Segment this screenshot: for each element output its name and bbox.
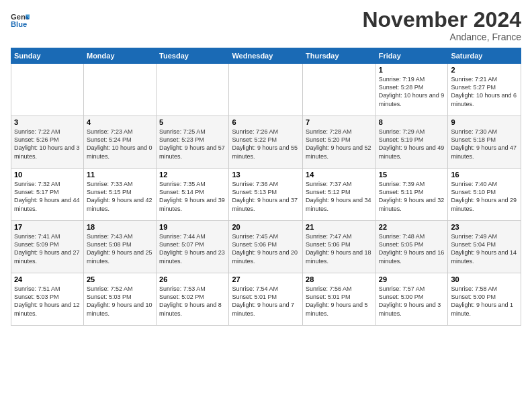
day-number: 8	[379, 118, 445, 126]
table-row: 24Sunrise: 7:51 AM Sunset: 5:03 PM Dayli…	[11, 273, 84, 326]
day-number: 5	[159, 118, 226, 126]
svg-text:Blue: Blue	[11, 20, 27, 28]
day-info: Sunrise: 7:49 AM Sunset: 5:04 PM Dayligh…	[451, 232, 518, 265]
page: General Blue November 2024 Andance, Fran…	[0, 0, 532, 411]
day-number: 30	[451, 275, 518, 283]
day-info: Sunrise: 7:57 AM Sunset: 5:00 PM Dayligh…	[379, 285, 445, 318]
table-row	[83, 64, 156, 116]
header-area: General Blue November 2024 Andance, Fran…	[11, 8, 521, 42]
calendar-table: Sunday Monday Tuesday Wednesday Thursday…	[11, 48, 521, 326]
table-row: 20Sunrise: 7:45 AM Sunset: 5:06 PM Dayli…	[229, 221, 303, 273]
table-row: 11Sunrise: 7:33 AM Sunset: 5:15 PM Dayli…	[83, 169, 156, 221]
day-info: Sunrise: 7:58 AM Sunset: 5:00 PM Dayligh…	[451, 285, 518, 318]
day-number: 29	[379, 275, 445, 283]
day-number: 23	[451, 223, 518, 231]
table-row: 17Sunrise: 7:41 AM Sunset: 5:09 PM Dayli…	[11, 221, 84, 273]
day-number: 20	[232, 223, 300, 231]
table-row: 10Sunrise: 7:32 AM Sunset: 5:17 PM Dayli…	[11, 169, 84, 221]
day-info: Sunrise: 7:21 AM Sunset: 5:27 PM Dayligh…	[451, 75, 518, 108]
table-row	[157, 64, 229, 116]
day-number: 2	[451, 66, 518, 74]
table-row: 13Sunrise: 7:36 AM Sunset: 5:13 PM Dayli…	[229, 169, 303, 221]
day-number: 18	[87, 223, 153, 231]
day-info: Sunrise: 7:39 AM Sunset: 5:11 PM Dayligh…	[379, 180, 445, 213]
day-number: 25	[87, 275, 153, 283]
table-row: 6Sunrise: 7:26 AM Sunset: 5:22 PM Daylig…	[229, 116, 303, 169]
day-info: Sunrise: 7:54 AM Sunset: 5:01 PM Dayligh…	[232, 285, 300, 318]
calendar-header-row: Sunday Monday Tuesday Wednesday Thursday…	[11, 48, 521, 64]
day-number: 28	[306, 275, 373, 283]
day-number: 15	[379, 171, 445, 179]
day-info: Sunrise: 7:47 AM Sunset: 5:06 PM Dayligh…	[306, 232, 373, 265]
table-row: 15Sunrise: 7:39 AM Sunset: 5:11 PM Dayli…	[375, 169, 448, 221]
day-number: 24	[14, 275, 81, 283]
day-number: 16	[451, 171, 518, 179]
day-number: 7	[306, 118, 373, 126]
day-number: 10	[14, 171, 81, 179]
col-saturday: Saturday	[448, 48, 521, 64]
day-info: Sunrise: 7:51 AM Sunset: 5:03 PM Dayligh…	[14, 285, 81, 318]
col-friday: Friday	[375, 48, 448, 64]
table-row: 25Sunrise: 7:52 AM Sunset: 5:03 PM Dayli…	[83, 273, 156, 326]
day-info: Sunrise: 7:43 AM Sunset: 5:08 PM Dayligh…	[87, 232, 153, 265]
table-row: 14Sunrise: 7:37 AM Sunset: 5:12 PM Dayli…	[303, 169, 376, 221]
day-info: Sunrise: 7:37 AM Sunset: 5:12 PM Dayligh…	[306, 180, 373, 213]
day-info: Sunrise: 7:41 AM Sunset: 5:09 PM Dayligh…	[14, 232, 81, 265]
table-row: 22Sunrise: 7:48 AM Sunset: 5:05 PM Dayli…	[375, 221, 448, 273]
day-number: 11	[87, 171, 153, 179]
col-sunday: Sunday	[11, 48, 84, 64]
day-number: 1	[379, 66, 445, 74]
day-number: 22	[379, 223, 445, 231]
calendar-week-1: 1Sunrise: 7:19 AM Sunset: 5:28 PM Daylig…	[11, 64, 521, 116]
title-area: November 2024 Andance, France	[362, 8, 521, 42]
day-info: Sunrise: 7:44 AM Sunset: 5:07 PM Dayligh…	[159, 232, 226, 265]
location: Andance, France	[362, 32, 521, 42]
day-info: Sunrise: 7:56 AM Sunset: 5:01 PM Dayligh…	[306, 285, 373, 318]
table-row: 30Sunrise: 7:58 AM Sunset: 5:00 PM Dayli…	[448, 273, 521, 326]
table-row: 29Sunrise: 7:57 AM Sunset: 5:00 PM Dayli…	[375, 273, 448, 326]
day-info: Sunrise: 7:40 AM Sunset: 5:10 PM Dayligh…	[451, 180, 518, 213]
table-row: 21Sunrise: 7:47 AM Sunset: 5:06 PM Dayli…	[303, 221, 376, 273]
table-row: 8Sunrise: 7:29 AM Sunset: 5:19 PM Daylig…	[375, 116, 448, 169]
calendar-week-3: 10Sunrise: 7:32 AM Sunset: 5:17 PM Dayli…	[11, 169, 521, 221]
day-number: 27	[232, 275, 300, 283]
day-info: Sunrise: 7:22 AM Sunset: 5:26 PM Dayligh…	[14, 128, 81, 161]
day-number: 12	[159, 171, 226, 179]
table-row: 12Sunrise: 7:35 AM Sunset: 5:14 PM Dayli…	[157, 169, 229, 221]
calendar-week-2: 3Sunrise: 7:22 AM Sunset: 5:26 PM Daylig…	[11, 116, 521, 169]
day-number: 21	[306, 223, 373, 231]
month-title: November 2024	[362, 8, 521, 32]
day-info: Sunrise: 7:45 AM Sunset: 5:06 PM Dayligh…	[232, 232, 300, 265]
table-row: 7Sunrise: 7:28 AM Sunset: 5:20 PM Daylig…	[303, 116, 376, 169]
day-number: 13	[232, 171, 300, 179]
col-monday: Monday	[83, 48, 156, 64]
table-row: 3Sunrise: 7:22 AM Sunset: 5:26 PM Daylig…	[11, 116, 84, 169]
logo-icon: General Blue	[11, 11, 30, 30]
day-info: Sunrise: 7:30 AM Sunset: 5:18 PM Dayligh…	[451, 128, 518, 161]
logo: General Blue	[11, 11, 31, 30]
day-number: 26	[159, 275, 226, 283]
table-row: 2Sunrise: 7:21 AM Sunset: 5:27 PM Daylig…	[448, 64, 521, 116]
table-row: 27Sunrise: 7:54 AM Sunset: 5:01 PM Dayli…	[229, 273, 303, 326]
day-info: Sunrise: 7:26 AM Sunset: 5:22 PM Dayligh…	[232, 128, 300, 161]
col-tuesday: Tuesday	[157, 48, 229, 64]
day-number: 14	[306, 171, 373, 179]
day-info: Sunrise: 7:19 AM Sunset: 5:28 PM Dayligh…	[379, 75, 445, 108]
day-number: 9	[451, 118, 518, 126]
table-row: 1Sunrise: 7:19 AM Sunset: 5:28 PM Daylig…	[375, 64, 448, 116]
table-row: 5Sunrise: 7:25 AM Sunset: 5:23 PM Daylig…	[157, 116, 229, 169]
day-info: Sunrise: 7:32 AM Sunset: 5:17 PM Dayligh…	[14, 180, 81, 213]
table-row	[11, 64, 84, 116]
table-row: 23Sunrise: 7:49 AM Sunset: 5:04 PM Dayli…	[448, 221, 521, 273]
table-row: 26Sunrise: 7:53 AM Sunset: 5:02 PM Dayli…	[157, 273, 229, 326]
day-info: Sunrise: 7:25 AM Sunset: 5:23 PM Dayligh…	[159, 128, 226, 161]
table-row: 9Sunrise: 7:30 AM Sunset: 5:18 PM Daylig…	[448, 116, 521, 169]
day-number: 6	[232, 118, 300, 126]
day-info: Sunrise: 7:23 AM Sunset: 5:24 PM Dayligh…	[87, 128, 153, 161]
day-number: 3	[14, 118, 81, 126]
calendar-week-4: 17Sunrise: 7:41 AM Sunset: 5:09 PM Dayli…	[11, 221, 521, 273]
col-thursday: Thursday	[303, 48, 376, 64]
table-row: 18Sunrise: 7:43 AM Sunset: 5:08 PM Dayli…	[83, 221, 156, 273]
col-wednesday: Wednesday	[229, 48, 303, 64]
table-row: 16Sunrise: 7:40 AM Sunset: 5:10 PM Dayli…	[448, 169, 521, 221]
